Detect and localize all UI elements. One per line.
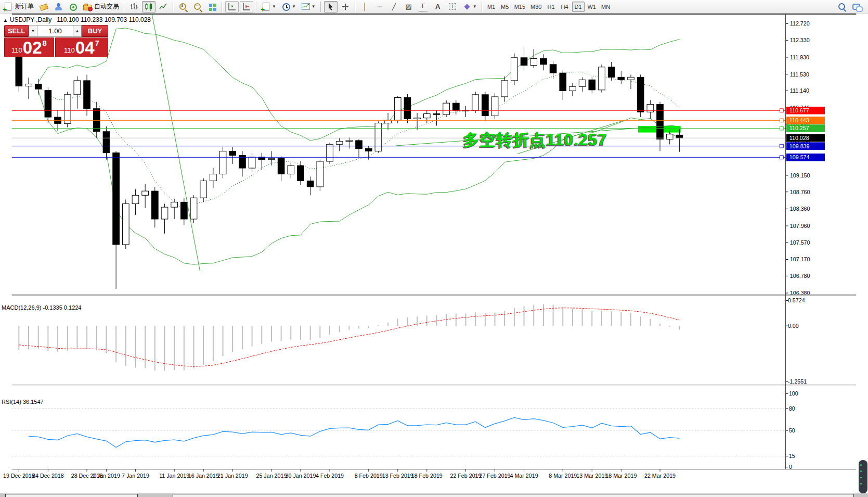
toolbar-separator	[173, 2, 174, 12]
chevron-down-icon: ▼	[292, 4, 296, 9]
buy-price-button[interactable]: 110 04 7	[55, 37, 108, 57]
period-button[interactable]: ▼	[279, 1, 298, 12]
signal-button[interactable]	[66, 1, 80, 12]
date-label: 11 Jan 2019	[159, 473, 189, 479]
timeframe-button-d1[interactable]: D1	[572, 2, 585, 12]
status-box	[173, 494, 854, 497]
chart-shift-button[interactable]	[240, 1, 253, 12]
bar-chart-button[interactable]	[127, 1, 141, 12]
date-label: 8 Mar 2019	[549, 473, 577, 479]
date-label: 22 Mar 2019	[644, 473, 676, 479]
chart-title: ▲USDJPY-,Daily110.100 110.233 109.703 11…	[3, 16, 151, 23]
collapse-arrow-icon[interactable]: ▲	[3, 18, 8, 23]
time-axis[interactable]: 19 Dec 201824 Dec 201828 Dec 20182 Jan 2…	[3, 469, 676, 479]
auto-scroll-icon	[227, 2, 237, 11]
channel-button[interactable]: ▨	[402, 1, 416, 12]
date-label: 22 Feb 2019	[450, 473, 481, 479]
line-chart-button[interactable]	[157, 1, 170, 12]
svg-text:0.5724: 0.5724	[788, 297, 805, 303]
autotrading-button[interactable]: 自动交易	[81, 1, 121, 12]
date-label: 25 Jan 2019	[256, 473, 287, 479]
svg-text:80: 80	[789, 405, 795, 412]
price-tag: 109.574	[789, 154, 810, 160]
svg-text:111.140: 111.140	[790, 87, 809, 94]
buy-price-sup: 7	[95, 39, 99, 47]
sell-price-button[interactable]: 110 02 8	[4, 37, 54, 57]
auto-scroll-button[interactable]	[225, 1, 239, 12]
rsi-pane	[12, 409, 785, 456]
indicators-button[interactable]: ▼	[299, 1, 318, 12]
signal-icon	[68, 2, 77, 11]
toolbar-separator	[256, 2, 257, 12]
new-order-label: 新订单	[15, 2, 34, 11]
cursor-button[interactable]	[324, 1, 338, 12]
new-chart-button[interactable]: +▼	[260, 1, 278, 12]
macd-pane	[19, 304, 679, 371]
candlestick-icon	[144, 2, 153, 11]
horizontal-line-icon: ─	[375, 2, 384, 11]
price-tag: 109.839	[789, 143, 810, 149]
rsi-indicator-label: RSI(14) 36.1547	[2, 399, 44, 405]
timeframe-button-w1[interactable]: W1	[586, 2, 599, 12]
status-box	[5, 494, 138, 497]
svg-text:106.780: 106.780	[790, 273, 810, 279]
text-label-button[interactable]: T	[446, 1, 459, 12]
trendline[interactable]	[149, 14, 200, 271]
timeframe-button-m15[interactable]: M15	[512, 2, 527, 12]
sell-button[interactable]: SELL	[4, 25, 29, 37]
profile-icon	[54, 2, 63, 11]
autotrading-label: 自动交易	[94, 2, 119, 11]
highlighter-button[interactable]	[37, 1, 50, 12]
shapes-button[interactable]: ▼	[460, 1, 479, 12]
svg-text:0.00: 0.00	[788, 323, 799, 329]
vertical-line-button[interactable]: │	[358, 1, 372, 12]
fibonacci-button[interactable]: F	[417, 1, 430, 12]
svg-text:112.720: 112.720	[790, 20, 810, 27]
profile-button[interactable]	[51, 1, 65, 12]
chat-button[interactable]	[850, 1, 863, 12]
chart-area[interactable]: 112.720112.330111.930111.530111.140110.7…	[0, 14, 868, 497]
horizontal-line-button[interactable]: ─	[373, 1, 386, 12]
price-chart-canvas[interactable]: 112.720112.330111.930111.530111.140110.7…	[0, 14, 868, 497]
crosshair-button[interactable]	[339, 1, 352, 12]
svg-text:108.760: 108.760	[790, 189, 810, 195]
one-click-trading-panel: SELL ▼ 1.00 ▲ BUY 110 02 8 110 04 7	[4, 25, 108, 57]
date-label: 30 Jan 2019	[286, 473, 316, 479]
volume-input[interactable]: 1.00	[37, 25, 73, 37]
timeframe-button-h1[interactable]: H1	[545, 2, 558, 12]
candlestick-button[interactable]	[142, 1, 156, 12]
timeframe-button-h4[interactable]: H4	[559, 2, 571, 12]
new-order-button[interactable]: + 新订单	[2, 1, 36, 12]
zoom-out-button[interactable]: −	[191, 1, 204, 12]
chevron-down-icon: ▼	[272, 4, 276, 9]
date-label: 18 Mar 2019	[605, 473, 637, 479]
vertical-line-icon: │	[360, 2, 370, 11]
trendline-icon: ╱	[390, 2, 399, 11]
text-button[interactable]: A	[431, 1, 445, 12]
timeframe-button-m1[interactable]: M1	[485, 2, 498, 12]
search-button[interactable]	[835, 1, 849, 12]
toolbar-separator	[482, 2, 483, 12]
clock-icon	[281, 2, 291, 11]
sell-price-sup: 8	[43, 39, 47, 47]
volume-increase-button[interactable]: ▲	[73, 25, 82, 37]
timeframe-group: M1M5M15M30H1H4D1W1MN	[485, 2, 613, 12]
date-label: 13 Feb 2019	[382, 473, 413, 479]
price-tag: 110.677	[789, 107, 809, 113]
pivot-annotation-text[interactable]: 多空转折点110.257	[463, 129, 607, 151]
buy-button[interactable]: BUY	[82, 25, 108, 37]
volume-decrease-button[interactable]: ▼	[29, 25, 37, 37]
trendline-button[interactable]: ╱	[387, 1, 401, 12]
shapes-icon	[462, 2, 472, 11]
timeframe-button-m5[interactable]: M5	[499, 2, 511, 12]
timeframe-button-mn[interactable]: MN	[599, 2, 612, 12]
zoom-in-button[interactable]: +	[176, 1, 190, 12]
date-label: 18 Feb 2019	[411, 473, 443, 479]
bar-chart-icon	[129, 2, 139, 11]
tile-windows-button[interactable]	[205, 1, 219, 12]
new-chart-icon: +	[262, 2, 271, 11]
timeframe-button-m30[interactable]: M30	[528, 2, 543, 12]
toolbar-separator	[124, 2, 125, 12]
svg-text:107.570: 107.570	[790, 239, 810, 246]
crosshair-icon	[341, 2, 350, 11]
